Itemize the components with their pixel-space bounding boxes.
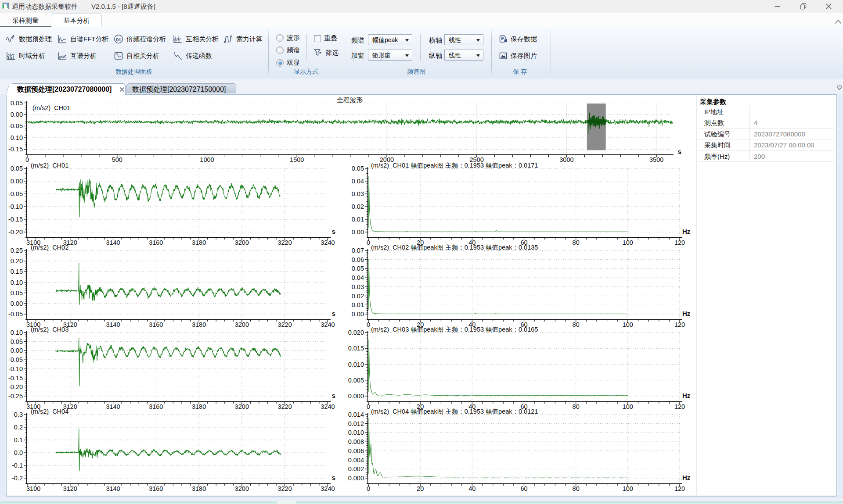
save-image-icon bbox=[499, 51, 508, 60]
cross-correlation-icon bbox=[173, 34, 183, 44]
group-label-save: 保 存 bbox=[494, 68, 546, 76]
label-spectrum-type: 频谱 bbox=[351, 36, 364, 45]
fft-icon bbox=[58, 34, 67, 44]
radio-selected-icon bbox=[276, 59, 284, 67]
doc-tab-active[interactable]: 数据预处理[20230727080000] bbox=[12, 83, 126, 95]
menu-tab-sampling[interactable]: 采样测量 bbox=[4, 14, 47, 26]
checkbox-icon bbox=[314, 35, 321, 42]
params-column-divider bbox=[749, 106, 750, 161]
wave-preprocess-icon bbox=[6, 34, 16, 44]
dropdown-y-axis[interactable]: 线性 bbox=[444, 50, 483, 61]
param-row-value: 20230727080000 bbox=[754, 130, 805, 138]
bottom-frame bbox=[0, 501, 843, 504]
ribbon-separator bbox=[306, 34, 307, 61]
group-label-display-mode: 显示方式 bbox=[280, 68, 332, 76]
param-row-separator bbox=[698, 161, 834, 162]
menu-tab-analysis[interactable]: 基本分析 bbox=[52, 14, 101, 27]
param-row-value: 2023/07/27 08:00:00 bbox=[754, 141, 814, 149]
btn-cable-force[interactable]: 索力计算 bbox=[223, 33, 263, 45]
param-row-separator bbox=[698, 150, 834, 151]
menu-tabbar: 采样测量 基本分析 bbox=[0, 13, 843, 27]
label-window-function: 加窗 bbox=[351, 52, 364, 60]
auto-correlation-icon bbox=[114, 51, 123, 61]
filter-icon bbox=[313, 48, 322, 57]
radio-dot bbox=[278, 61, 282, 65]
btn-transfer-function[interactable]: 1 5 传递函数 bbox=[173, 50, 212, 61]
radio-icon bbox=[276, 34, 284, 42]
save-data-icon bbox=[499, 35, 508, 43]
param-row-label: IP地址 bbox=[704, 108, 724, 116]
params-divider-highlight bbox=[696, 95, 697, 495]
cable-force-icon bbox=[223, 34, 233, 44]
minimize-button[interactable] bbox=[767, 0, 788, 13]
ribbon-separator bbox=[491, 29, 492, 77]
cross-spectrum-icon bbox=[58, 51, 67, 61]
ribbon-separator bbox=[420, 34, 421, 61]
bottom-grip bbox=[277, 501, 296, 504]
radio-dual-display[interactable]: 双显 bbox=[276, 59, 300, 67]
svg-text:5: 5 bbox=[180, 57, 182, 61]
btn-filter[interactable]: 筛选 bbox=[313, 48, 339, 57]
dropdown-arrow-icon bbox=[476, 54, 480, 57]
param-row-separator bbox=[698, 139, 834, 139]
group-label-spectrum: 频谱图 bbox=[390, 68, 443, 76]
double-chevron-down-icon[interactable] bbox=[836, 85, 843, 91]
ribbon-separator bbox=[344, 29, 344, 77]
ribbon-separator bbox=[268, 29, 269, 77]
dropdown-x-axis[interactable]: 线性 bbox=[444, 34, 483, 45]
btn-data-preprocess[interactable]: 数据预处理 bbox=[6, 33, 52, 45]
chevron-up-icon[interactable] bbox=[833, 18, 843, 25]
radio-waveform[interactable]: 波形 bbox=[276, 34, 300, 42]
btn-auto-correlation[interactable]: 自相关分析 bbox=[114, 50, 159, 61]
radio-icon bbox=[276, 46, 284, 54]
btn-cross-correlation[interactable]: 互相关分析 bbox=[173, 33, 219, 45]
label-x-axis: 横轴 bbox=[429, 36, 442, 45]
doc-tab-inactive[interactable]: 数据预处理[20230727150000] bbox=[126, 83, 236, 94]
param-row-label: 采集时间 bbox=[704, 141, 731, 150]
dropdown-arrow-icon bbox=[405, 54, 409, 57]
window-subtitle: V2.0.1.5 - [8通道设备] bbox=[91, 0, 155, 13]
app-icon bbox=[2, 3, 9, 9]
btn-octave-spectrum[interactable]: 倍频程谱分析 bbox=[114, 33, 166, 45]
group-label-data-processing: 数据处理面板 bbox=[101, 68, 167, 76]
time-domain-icon bbox=[6, 51, 16, 61]
checkbox-overlap[interactable]: 重叠 bbox=[314, 34, 337, 43]
param-row-separator bbox=[698, 128, 834, 129]
svg-text:1: 1 bbox=[173, 51, 176, 55]
btn-time-domain[interactable]: 时域分析 bbox=[6, 50, 45, 61]
param-row-value: 4 bbox=[754, 119, 757, 126]
tab-close-icon[interactable] bbox=[119, 86, 126, 93]
btn-save-image[interactable]: 保存图片 bbox=[499, 50, 537, 61]
window-title: 通用动态数据采集软件 bbox=[12, 0, 78, 13]
btn-cross-spectrum[interactable]: 互谱分析 bbox=[58, 50, 97, 61]
param-row-value: 200 bbox=[754, 153, 765, 160]
dropdown-arrow-icon bbox=[405, 39, 409, 42]
maximize-button[interactable] bbox=[793, 0, 813, 13]
dropdown-window-function[interactable]: 矩形窗 bbox=[368, 50, 412, 61]
titlebar: 通用动态数据采集软件 V2.0.1.5 - [8通道设备] bbox=[0, 0, 843, 13]
close-icon bbox=[825, 3, 832, 10]
param-row-label: 试验编号 bbox=[704, 130, 731, 139]
bottom-strip bbox=[0, 498, 843, 501]
restore-icon bbox=[800, 3, 807, 10]
param-row-separator bbox=[698, 117, 834, 117]
ribbon: 数据预处理 自谱FFT分析 倍频程谱分析 互相关分析 索力计算 bbox=[0, 27, 843, 79]
octave-spectrum-icon bbox=[114, 34, 123, 44]
btn-save-data[interactable]: 保存数据 bbox=[499, 33, 537, 45]
btn-fft-analysis[interactable]: 自谱FFT分析 bbox=[58, 33, 109, 45]
minimize-icon bbox=[775, 4, 781, 10]
close-button[interactable] bbox=[818, 0, 839, 13]
param-row-label: 测点数 bbox=[704, 119, 724, 127]
dropdown-arrow-icon bbox=[476, 39, 480, 42]
ribbon-separator bbox=[551, 29, 551, 77]
params-panel-title: 采集参数 bbox=[700, 98, 726, 106]
radio-spectrum[interactable]: 频谱 bbox=[276, 46, 300, 54]
param-row-label: 频率(Hz) bbox=[704, 153, 730, 161]
dropdown-spectrum-type[interactable]: 幅值peak bbox=[368, 34, 412, 45]
transfer-function-icon: 1 5 bbox=[173, 51, 183, 61]
label-y-axis: 纵轴 bbox=[429, 52, 442, 60]
